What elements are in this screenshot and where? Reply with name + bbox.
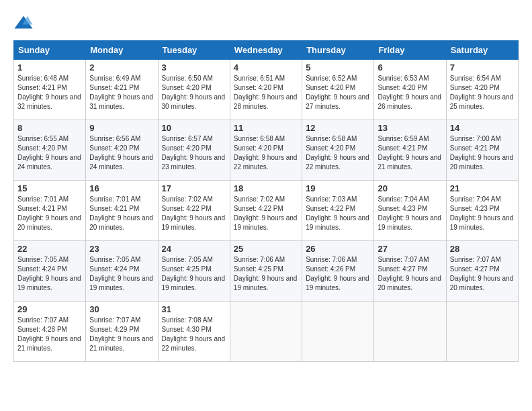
day-number: 2 [89, 62, 154, 73]
day-number: 11 [234, 123, 298, 133]
day-info: Sunrise: 7:07 AM Sunset: 4:27 PM Dayligh… [378, 255, 442, 293]
day-number: 4 [234, 62, 298, 73]
day-number: 29 [17, 304, 82, 314]
calendar-cell: 22 Sunrise: 7:05 AM Sunset: 4:24 PM Dayl… [14, 241, 86, 302]
day-info: Sunrise: 6:52 AM Sunset: 4:20 PM Dayligh… [306, 74, 370, 111]
weekday-thursday: Thursday [302, 41, 374, 60]
week-row-4: 22 Sunrise: 7:05 AM Sunset: 4:24 PM Dayl… [14, 241, 519, 302]
calendar-cell: 9 Sunrise: 6:56 AM Sunset: 4:20 PM Dayli… [86, 120, 158, 181]
day-info: Sunrise: 6:50 AM Sunset: 4:20 PM Dayligh… [162, 74, 226, 111]
calendar-cell: 12 Sunrise: 6:58 AM Sunset: 4:20 PM Dayl… [302, 120, 374, 181]
day-info: Sunrise: 6:58 AM Sunset: 4:20 PM Dayligh… [306, 134, 370, 172]
calendar-cell: 25 Sunrise: 7:06 AM Sunset: 4:25 PM Dayl… [230, 241, 302, 302]
calendar-cell: 7 Sunrise: 6:54 AM Sunset: 4:20 PM Dayli… [446, 60, 518, 120]
day-number: 5 [306, 62, 370, 73]
day-info: Sunrise: 7:02 AM Sunset: 4:22 PM Dayligh… [234, 195, 298, 232]
day-info: Sunrise: 7:07 AM Sunset: 4:29 PM Dayligh… [89, 316, 154, 353]
weekday-sunday: Sunday [14, 41, 86, 60]
calendar-cell: 24 Sunrise: 7:05 AM Sunset: 4:25 PM Dayl… [158, 241, 230, 302]
calendar-cell: 31 Sunrise: 7:08 AM Sunset: 4:30 PM Dayl… [158, 302, 230, 362]
calendar-cell: 27 Sunrise: 7:07 AM Sunset: 4:27 PM Dayl… [374, 241, 446, 302]
day-info: Sunrise: 7:05 AM Sunset: 4:25 PM Dayligh… [162, 255, 226, 293]
day-number: 12 [306, 123, 370, 133]
day-info: Sunrise: 7:07 AM Sunset: 4:27 PM Dayligh… [450, 255, 515, 293]
day-number: 16 [89, 183, 154, 193]
calendar-cell [374, 302, 446, 362]
day-info: Sunrise: 6:49 AM Sunset: 4:21 PM Dayligh… [89, 74, 154, 111]
day-info: Sunrise: 7:00 AM Sunset: 4:21 PM Dayligh… [450, 134, 515, 172]
day-info: Sunrise: 6:55 AM Sunset: 4:20 PM Dayligh… [17, 134, 82, 172]
day-info: Sunrise: 6:58 AM Sunset: 4:20 PM Dayligh… [234, 134, 298, 172]
calendar-cell: 18 Sunrise: 7:02 AM Sunset: 4:22 PM Dayl… [230, 181, 302, 241]
day-info: Sunrise: 7:08 AM Sunset: 4:30 PM Dayligh… [162, 316, 226, 353]
calendar-header: SundayMondayTuesdayWednesdayThursdayFrid… [14, 41, 519, 60]
day-info: Sunrise: 7:05 AM Sunset: 4:24 PM Dayligh… [17, 255, 82, 293]
day-number: 19 [306, 183, 370, 193]
day-number: 30 [89, 304, 154, 314]
calendar-cell: 2 Sunrise: 6:49 AM Sunset: 4:21 PM Dayli… [86, 60, 158, 120]
day-info: Sunrise: 7:04 AM Sunset: 4:23 PM Dayligh… [378, 195, 442, 232]
day-number: 7 [450, 62, 515, 73]
day-number: 14 [450, 123, 515, 133]
day-info: Sunrise: 7:01 AM Sunset: 4:21 PM Dayligh… [17, 195, 82, 232]
logo-icon [13, 13, 34, 34]
calendar-cell: 13 Sunrise: 6:59 AM Sunset: 4:21 PM Dayl… [374, 120, 446, 181]
day-number: 3 [162, 62, 226, 73]
day-number: 15 [17, 183, 82, 193]
day-info: Sunrise: 7:03 AM Sunset: 4:22 PM Dayligh… [306, 195, 370, 232]
day-info: Sunrise: 7:01 AM Sunset: 4:21 PM Dayligh… [89, 195, 154, 232]
week-row-1: 1 Sunrise: 6:48 AM Sunset: 4:21 PM Dayli… [14, 60, 519, 120]
day-info: Sunrise: 7:05 AM Sunset: 4:24 PM Dayligh… [89, 255, 154, 293]
day-number: 28 [450, 244, 515, 254]
day-number: 1 [17, 62, 82, 73]
calendar-body: 1 Sunrise: 6:48 AM Sunset: 4:21 PM Dayli… [14, 60, 519, 362]
logo [13, 13, 36, 34]
calendar-cell: 15 Sunrise: 7:01 AM Sunset: 4:21 PM Dayl… [14, 181, 86, 241]
calendar-cell: 28 Sunrise: 7:07 AM Sunset: 4:27 PM Dayl… [446, 241, 518, 302]
calendar-cell: 16 Sunrise: 7:01 AM Sunset: 4:21 PM Dayl… [86, 181, 158, 241]
day-number: 18 [234, 183, 298, 193]
weekday-monday: Monday [86, 41, 158, 60]
day-number: 17 [162, 183, 226, 193]
calendar-cell: 5 Sunrise: 6:52 AM Sunset: 4:20 PM Dayli… [302, 60, 374, 120]
calendar-cell [446, 302, 518, 362]
day-info: Sunrise: 6:59 AM Sunset: 4:21 PM Dayligh… [378, 134, 442, 172]
day-number: 25 [234, 244, 298, 254]
calendar: SundayMondayTuesdayWednesdayThursdayFrid… [13, 40, 519, 362]
weekday-friday: Friday [374, 41, 446, 60]
day-info: Sunrise: 6:54 AM Sunset: 4:20 PM Dayligh… [450, 74, 515, 111]
day-info: Sunrise: 7:06 AM Sunset: 4:25 PM Dayligh… [234, 255, 298, 293]
calendar-cell [302, 302, 374, 362]
day-number: 21 [450, 183, 515, 193]
week-row-2: 8 Sunrise: 6:55 AM Sunset: 4:20 PM Dayli… [14, 120, 519, 181]
calendar-cell: 6 Sunrise: 6:53 AM Sunset: 4:20 PM Dayli… [374, 60, 446, 120]
day-number: 23 [89, 244, 154, 254]
page-header [13, 13, 519, 34]
day-number: 13 [378, 123, 442, 133]
calendar-cell: 23 Sunrise: 7:05 AM Sunset: 4:24 PM Dayl… [86, 241, 158, 302]
day-number: 6 [378, 62, 442, 73]
day-number: 26 [306, 244, 370, 254]
calendar-cell: 10 Sunrise: 6:57 AM Sunset: 4:20 PM Dayl… [158, 120, 230, 181]
week-row-3: 15 Sunrise: 7:01 AM Sunset: 4:21 PM Dayl… [14, 181, 519, 241]
calendar-cell: 17 Sunrise: 7:02 AM Sunset: 4:22 PM Dayl… [158, 181, 230, 241]
calendar-cell: 30 Sunrise: 7:07 AM Sunset: 4:29 PM Dayl… [86, 302, 158, 362]
day-number: 10 [162, 123, 226, 133]
calendar-cell: 21 Sunrise: 7:04 AM Sunset: 4:23 PM Dayl… [446, 181, 518, 241]
calendar-cell: 29 Sunrise: 7:07 AM Sunset: 4:28 PM Dayl… [14, 302, 86, 362]
day-info: Sunrise: 7:02 AM Sunset: 4:22 PM Dayligh… [162, 195, 226, 232]
day-number: 31 [162, 304, 226, 314]
day-info: Sunrise: 7:07 AM Sunset: 4:28 PM Dayligh… [17, 316, 82, 353]
calendar-cell: 14 Sunrise: 7:00 AM Sunset: 4:21 PM Dayl… [446, 120, 518, 181]
week-row-5: 29 Sunrise: 7:07 AM Sunset: 4:28 PM Dayl… [14, 302, 519, 362]
day-number: 20 [378, 183, 442, 193]
calendar-cell: 20 Sunrise: 7:04 AM Sunset: 4:23 PM Dayl… [374, 181, 446, 241]
weekday-header-row: SundayMondayTuesdayWednesdayThursdayFrid… [14, 41, 519, 60]
weekday-wednesday: Wednesday [230, 41, 302, 60]
calendar-cell: 19 Sunrise: 7:03 AM Sunset: 4:22 PM Dayl… [302, 181, 374, 241]
day-info: Sunrise: 6:57 AM Sunset: 4:20 PM Dayligh… [162, 134, 226, 172]
weekday-saturday: Saturday [446, 41, 518, 60]
day-info: Sunrise: 6:56 AM Sunset: 4:20 PM Dayligh… [89, 134, 154, 172]
day-info: Sunrise: 6:53 AM Sunset: 4:20 PM Dayligh… [378, 74, 442, 111]
calendar-cell: 1 Sunrise: 6:48 AM Sunset: 4:21 PM Dayli… [14, 60, 86, 120]
